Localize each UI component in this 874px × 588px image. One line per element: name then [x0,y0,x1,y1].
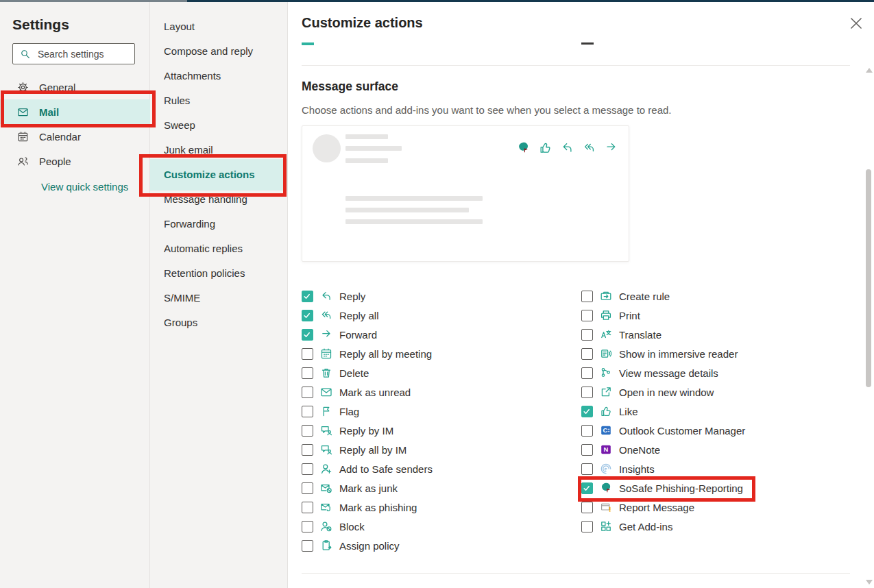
search-settings-box[interactable] [12,43,135,64]
close-button[interactable] [850,17,862,29]
action-row-forward: Forward [302,325,433,344]
nav-item-attachments[interactable]: Attachments [150,64,287,88]
checkbox-reply-all-by-im[interactable] [302,444,313,456]
action-label: Delete [339,367,369,379]
sidebar-item-label: Calendar [39,131,81,143]
nav-item-sweep[interactable]: Sweep [150,113,287,138]
scrollbar-thumb[interactable] [866,169,871,387]
nav-item-automatic-replies[interactable]: Automatic replies [150,236,287,261]
like-icon [539,141,552,154]
mail-junk-icon [320,482,332,494]
action-label: Reply all by meeting [339,348,432,360]
checkbox-reply-all-by-meeting[interactable] [302,348,313,360]
action-row-translate: Translate [581,325,745,344]
sidebar-item-calendar[interactable]: Calendar [0,124,150,149]
print-icon [600,309,612,321]
message-surface-heading: Message surface [302,79,398,94]
action-row-mark-as-junk: Mark as junk [302,478,433,498]
nav-item-retention-policies[interactable]: Retention policies [150,261,287,286]
checkbox-mark-as-unread[interactable] [302,387,313,398]
action-row-sosafe-phishing-reporting: SoSafe Phishing-Reporting [581,478,745,498]
checkbox-report-message[interactable] [581,502,593,513]
action-row-reply-by-im: Reply by IM [302,421,433,440]
checkbox-assign-policy[interactable] [302,540,313,552]
nav-item-s-mime[interactable]: S/MIME [150,286,287,310]
mail-icon [320,386,332,398]
section-divider-top [302,65,850,66]
action-label: Get Add-ins [619,521,672,532]
nav-item-forwarding[interactable]: Forwarding [150,212,287,236]
sidebar-item-people[interactable]: People [0,149,150,173]
scrollbar-down-button[interactable] [866,580,873,585]
cutoff-checked-checkbox [302,42,314,45]
close-icon [850,17,862,29]
sidebar-item-list: GeneralMailCalendarPeople [0,75,150,173]
mail-icon [17,106,29,118]
action-label: View message details [619,367,718,379]
checkbox-mark-as-junk[interactable] [302,482,313,494]
action-label: Reply all [339,310,379,321]
checkbox-open-in-new-window[interactable] [581,387,593,398]
sidebar-item-label: Mail [39,106,59,118]
nav-item-customize-actions[interactable]: Customize actions [150,159,287,191]
checkbox-like[interactable] [581,406,593,417]
action-label: Mark as unread [339,387,411,398]
nav-item-layout[interactable]: Layout [150,14,287,39]
checkbox-show-in-immersive-reader[interactable] [581,348,593,360]
action-row-like: Like [581,402,745,421]
action-row-assign-policy: Assign policy [302,536,433,555]
action-row-reply: Reply [302,286,433,306]
action-row-block: Block [302,517,433,536]
ocm-icon: C [600,424,612,437]
like-icon [600,405,612,417]
skeleton-line [345,134,388,139]
mail-phish-icon [320,501,332,513]
nav-item-message-handling[interactable]: Message handling [150,187,287,212]
settings-window: Settings GeneralMailCalendarPeople View … [0,0,874,588]
person-add-icon [320,463,332,475]
panel-title: Customize actions [302,15,423,31]
checkbox-flag[interactable] [302,406,313,417]
checkbox-get-add-ins[interactable] [581,521,593,532]
mail-settings-nav-list: LayoutCompose and replyAttachmentsRulesS… [150,2,287,335]
action-label: Block [339,521,365,532]
action-row-print: Print [581,306,745,325]
search-input[interactable] [36,48,128,60]
checkbox-insights[interactable] [581,463,593,475]
sidebar-item-general[interactable]: General [0,75,150,99]
checkbox-translate[interactable] [581,329,593,341]
skeleton-line [345,158,388,163]
checkbox-reply-all[interactable] [302,310,313,321]
checkbox-outlook-customer-manager[interactable] [581,425,593,437]
action-label: Reply all by IM [339,444,406,456]
scrollbar-up-button[interactable] [866,68,873,73]
checkbox-reply[interactable] [302,291,313,302]
action-label: Mark as phishing [339,502,417,513]
checkbox-add-to-safe-senders[interactable] [302,463,313,475]
view-quick-settings-link[interactable]: View quick settings [41,181,128,193]
skeleton-line [345,196,483,201]
checkbox-create-rule[interactable] [581,291,593,302]
action-label: Like [619,406,638,417]
checkbox-sosafe-phishing-reporting[interactable] [581,482,593,494]
action-label: Flag [339,406,359,417]
checkbox-view-message-details[interactable] [581,367,593,379]
nav-item-groups[interactable]: Groups [150,310,287,335]
checkbox-onenote[interactable] [581,444,593,456]
sidebar-item-label: People [39,156,71,167]
skeleton-line [345,208,469,212]
action-row-reply-all: Reply all [302,306,433,325]
im-icon [320,443,332,456]
checkbox-delete[interactable] [302,367,313,379]
im-icon [320,424,332,437]
checkbox-block[interactable] [302,521,313,532]
checkbox-mark-as-phishing[interactable] [302,502,313,513]
checkbox-print[interactable] [581,310,593,321]
get-addins-icon [600,520,612,532]
nav-item-rules[interactable]: Rules [150,88,287,113]
action-label: OneNote [619,444,660,456]
nav-item-compose-and-reply[interactable]: Compose and reply [150,39,287,64]
sidebar-item-mail[interactable]: Mail [0,99,150,124]
checkbox-forward[interactable] [302,329,313,341]
checkbox-reply-by-im[interactable] [302,425,313,437]
